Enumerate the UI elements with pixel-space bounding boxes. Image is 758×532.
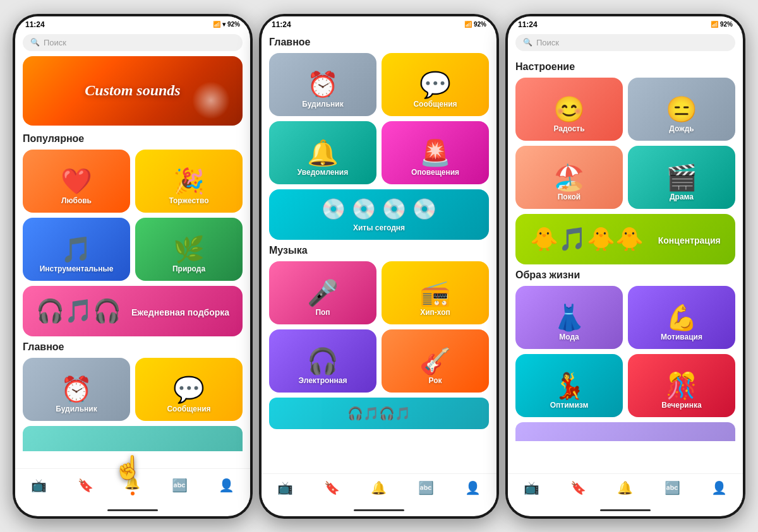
screen-content-2: Главное ⏰ Будильник 💬 Сообщения 🔔 Уведом… (262, 32, 496, 473)
search-placeholder-3: Поиск (536, 38, 559, 47)
card-hiphop[interactable]: 📻 Хип-хоп (382, 261, 489, 324)
nav-bell-3[interactable]: 🔔 (612, 479, 638, 497)
card-instrumental[interactable]: 🎵 Инструментальные (23, 218, 130, 281)
nav-home-1[interactable]: 📺 (26, 476, 52, 494)
nav-text-2[interactable]: 🔤 (413, 479, 439, 497)
card-optimism[interactable]: 💃 Оптимизм (515, 354, 623, 417)
battery-3: 92% (720, 21, 733, 28)
nav-profile-1[interactable]: 👤 (214, 476, 239, 494)
nav-bell-2[interactable]: 🔔 (366, 479, 392, 497)
section-lifestyle: Образ жизни (515, 269, 735, 281)
card-joy[interactable]: 😊 Радость (515, 78, 623, 141)
card-drama[interactable]: 🎬 Драма (628, 146, 735, 209)
fashion-label: Мода (559, 333, 579, 341)
concentration-label: Концентрация (658, 235, 721, 245)
instrumental-emoji: 🎵 (61, 237, 92, 262)
card-motivation[interactable]: 💪 Мотивация (628, 286, 735, 349)
electronic-label: Электронная (298, 376, 347, 385)
rock-label: Рок (428, 376, 442, 385)
fashion-emoji: 👗 (553, 305, 585, 330)
messages-label-1: Сообщения (167, 405, 210, 413)
card-party[interactable]: 🎊 Вечеринка (628, 354, 735, 417)
daily-card[interactable]: 🎧🎵🎧 Ежедневная подборка (23, 286, 243, 336)
status-bar-1: 11:24 📶 ▾ 92% (15, 16, 250, 32)
nature-label: Природа (172, 264, 205, 273)
section-mood: Настроение (515, 61, 735, 73)
calm-label: Покой (558, 192, 581, 201)
love-label: Любовь (61, 196, 92, 205)
bookmark-icon-2: 🔖 (324, 480, 340, 495)
bookmark-icon-3: 🔖 (570, 480, 586, 495)
banner-text: Custom sounds (85, 82, 180, 99)
text-icon-1: 🔤 (172, 478, 188, 493)
text-icon-2: 🔤 (418, 480, 434, 495)
text-icon-3: 🔤 (665, 480, 680, 495)
messages-label-2: Сообщения (413, 100, 457, 109)
celebration-label: Торжество (169, 196, 208, 205)
nav-profile-3[interactable]: 👤 (706, 479, 732, 497)
battery-1: 92% (227, 21, 240, 28)
drama-emoji: 🎬 (666, 165, 697, 190)
nav-dot-1 (131, 492, 135, 495)
card-rock[interactable]: 🎸 Рок (382, 329, 489, 393)
hiphop-label: Хип-хоп (420, 308, 450, 317)
nav-text-3[interactable]: 🔤 (659, 479, 685, 497)
card-messages-1[interactable]: 💬 Сообщения (135, 358, 243, 421)
hits-card[interactable]: 💿 💿 💿 💿 Хиты сегодня (269, 189, 489, 240)
search-bar-3[interactable]: 🔍 Поиск (515, 34, 735, 51)
card-electronic[interactable]: 🎧 Электронная (269, 329, 376, 393)
card-alarm-1[interactable]: ⏰ Будильник (23, 358, 130, 421)
nav-profile-2[interactable]: 👤 (460, 479, 486, 497)
nav-home-2[interactable]: 📺 (272, 479, 298, 497)
nav-bookmark-2[interactable]: 🔖 (319, 479, 345, 497)
search-icon-3: 🔍 (523, 38, 532, 47)
card-notifications[interactable]: 🔔 Уведомления (269, 121, 376, 184)
joy-label: Радость (553, 124, 584, 133)
time-1: 11:24 (25, 20, 45, 29)
card-pop[interactable]: 🎤 Поп (269, 261, 376, 324)
battery-2: 92% (474, 21, 486, 28)
joy-emoji: 😊 (553, 97, 585, 122)
card-alerts[interactable]: 🚨 Оповещения (382, 121, 489, 184)
messages-emoji-1: 💬 (173, 377, 205, 402)
card-messages-2[interactable]: 💬 Сообщения (382, 53, 489, 116)
bottom-nav-2: 📺 🔖 🔔 🔤 👤 (262, 473, 496, 507)
nav-home-3[interactable]: 📺 (519, 479, 544, 497)
concentration-card[interactable]: 🐥🎵🐥🐥 Концентрация (515, 214, 735, 264)
nav-bookmark-1[interactable]: 🔖 (73, 476, 99, 494)
profile-icon-1: 👤 (219, 478, 234, 493)
nav-text-1[interactable]: 🔤 (167, 476, 193, 494)
section-music: Музыка (269, 245, 489, 256)
card-alarm-2[interactable]: ⏰ Будильник (269, 53, 376, 116)
search-placeholder-1: Поиск (44, 38, 66, 47)
card-nature[interactable]: 🌿 Природа (135, 218, 243, 281)
celebration-emoji: 🎉 (173, 168, 205, 194)
search-bar-1[interactable]: 🔍 Поиск (23, 34, 243, 51)
home-indicator-2 (354, 509, 404, 511)
wifi-icon: ▾ (222, 21, 226, 28)
card-fashion[interactable]: 👗 Мода (515, 286, 623, 349)
alarm-label-2: Будильник (302, 100, 343, 109)
home-icon-3: 📺 (524, 480, 539, 495)
search-icon-1: 🔍 (30, 38, 40, 47)
hiphop-emoji: 📻 (419, 280, 451, 305)
home-indicator-1 (107, 509, 158, 511)
messages-emoji-2: 💬 (419, 72, 451, 97)
card-celebration[interactable]: 🎉 Торжество (135, 150, 243, 213)
nav-bookmark-3[interactable]: 🔖 (565, 479, 591, 497)
phone-1: 11:24 📶 ▾ 92% 🔍 Поиск Custom sounds (13, 14, 253, 519)
nature-emoji: 🌿 (173, 237, 205, 262)
card-love[interactable]: ❤️ Любовь (23, 150, 130, 213)
card-calm[interactable]: 🏖️ Покой (515, 146, 623, 209)
signal-icon-2: 📶 (464, 21, 472, 28)
phone-2: 11:24 📶 92% Главное ⏰ Будильник 💬 Сообще… (259, 14, 499, 519)
status-icons-2: 📶 92% (464, 21, 486, 28)
calm-emoji: 🏖️ (553, 165, 585, 190)
motivation-emoji: 💪 (666, 305, 697, 330)
card-rain[interactable]: 😑 Дождь (628, 78, 735, 141)
status-icons-3: 📶 92% (711, 21, 733, 28)
optimism-label: Оптимизм (550, 401, 589, 410)
party-label: Вечеринка (661, 401, 701, 410)
banner[interactable]: Custom sounds (23, 56, 243, 126)
popular-grid: ❤️ Любовь 🎉 Торжество 🎵 Инструментальные… (23, 150, 243, 281)
